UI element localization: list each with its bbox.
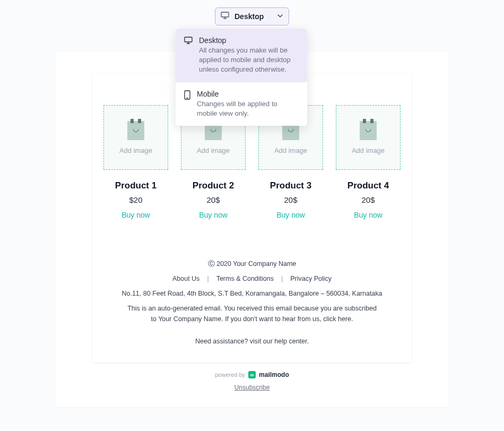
mobile-icon — [184, 90, 190, 118]
footer-link-terms[interactable]: Terms & Conditions — [216, 273, 274, 284]
footer-separator: | — [207, 273, 208, 284]
product-name: Product 3 — [270, 180, 311, 191]
bag-icon: ◡ — [360, 121, 377, 140]
footer-help: Need assistance? visit our help center. — [195, 336, 309, 347]
footer-link-about[interactable]: About Us — [172, 273, 199, 284]
buy-now-link[interactable]: Buy now — [354, 211, 383, 219]
product-name: Product 2 — [193, 180, 234, 191]
powered-prefix: powered by — [215, 372, 245, 378]
product-price: $20 — [129, 195, 142, 204]
desktop-icon — [184, 37, 193, 75]
bag-icon: ◡ — [127, 121, 144, 140]
footer-note: This is an auto-generated email. You rec… — [125, 303, 379, 324]
dropdown-text: Mobile Changes will be applied to mobile… — [197, 90, 299, 118]
mailmodo-logo-icon: m — [248, 371, 256, 378]
device-dropdown: Desktop All changes you make will be app… — [176, 29, 307, 126]
product-price: 20$ — [206, 195, 220, 204]
email-footer: Ⓒ 2020 Your Company Name About Us | Term… — [102, 258, 402, 347]
product-price: 20$ — [284, 195, 297, 204]
buy-now-link[interactable]: Buy now — [199, 211, 228, 219]
svg-rect-3 — [185, 37, 192, 42]
buy-now-link[interactable]: Buy now — [121, 211, 150, 219]
device-selector-left: Desktop — [221, 12, 264, 21]
footer-copyright: Ⓒ 2020 Your Company Name — [208, 258, 297, 269]
chevron-down-icon — [277, 12, 283, 21]
footer-links: About Us | Terms & Conditions | Privacy … — [172, 273, 332, 284]
buy-now-link[interactable]: Buy now — [276, 211, 305, 219]
dropdown-text: Desktop All changes you make will be app… — [199, 36, 299, 75]
dropdown-item-desc: Changes will be applied to mobile view o… — [197, 99, 299, 118]
add-image-placeholder[interactable]: ◡ Add image — [336, 105, 401, 170]
dropdown-item-mobile[interactable]: Mobile Changes will be applied to mobile… — [176, 82, 307, 126]
dropdown-item-desktop[interactable]: Desktop All changes you make will be app… — [176, 29, 307, 82]
add-image-label: Add image — [119, 146, 152, 154]
add-image-label: Add image — [352, 146, 385, 154]
product-price: 20$ — [361, 195, 375, 204]
product-card: ◡ Add image Product 1 $20 Buy now — [103, 105, 168, 219]
footer-separator: | — [281, 273, 283, 284]
mailmodo-brand: mailmodo — [259, 371, 289, 378]
dropdown-item-title: Desktop — [199, 36, 299, 45]
add-image-label: Add image — [197, 146, 230, 154]
device-selector-label: Desktop — [234, 12, 264, 21]
product-name: Product 4 — [347, 180, 389, 191]
powered-by: powered by m mailmodo — [215, 371, 289, 378]
svg-rect-0 — [221, 12, 229, 17]
product-card: ◡ Add image Product 4 20$ Buy now — [336, 105, 401, 219]
dropdown-item-title: Mobile — [197, 90, 299, 98]
add-image-placeholder[interactable]: ◡ Add image — [103, 105, 168, 170]
footer-address: No.11, 80 Feet Road, 4th Block, S.T Bed,… — [121, 288, 382, 299]
desktop-icon — [221, 12, 229, 21]
unsubscribe-link[interactable]: Unsubscribe — [234, 384, 270, 391]
add-image-label: Add image — [274, 146, 307, 154]
dropdown-item-desc: All changes you make will be applied to … — [199, 46, 299, 75]
product-name: Product 1 — [115, 180, 157, 191]
footer-link-privacy[interactable]: Privacy Policy — [290, 273, 332, 284]
device-selector[interactable]: Desktop — [215, 7, 289, 25]
